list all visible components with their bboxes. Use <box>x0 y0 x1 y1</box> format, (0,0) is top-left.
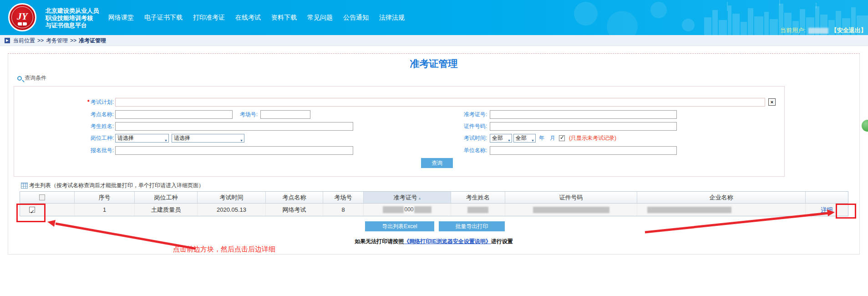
ticket-number-fragment: 000 <box>404 204 413 216</box>
cell-trade: 土建质量员 <box>135 204 198 216</box>
exam-site-input[interactable] <box>115 110 233 119</box>
field-label-exam-time: 考试时间: <box>444 134 487 143</box>
exam-plan-input[interactable] <box>115 98 765 107</box>
cell-company <box>637 204 806 216</box>
print-note-suffix: 进行设置 <box>491 238 513 245</box>
cell-id-number <box>505 204 637 216</box>
col-header-company: 企业名称 <box>637 192 806 204</box>
col-header-id-number: 证件号码 <box>505 192 637 204</box>
ticket-number-redacted <box>383 206 404 213</box>
page: JY 北京建设类从业人员 职业技能培训考核 与证书信息平台 网络课堂 电子证书下… <box>0 0 868 296</box>
nav-item-announcements[interactable]: 公告通知 <box>343 14 369 22</box>
col-header-detail <box>806 192 848 204</box>
month-unit-label: 月 <box>550 134 555 143</box>
query-conditions-header: 查询条件 <box>17 74 46 82</box>
table-header-row: 序号 岗位工种 考试时间 考点名称 考场号 准考证号▴ 考生姓名 证件号码 企业… <box>20 192 848 204</box>
breadcrumb: 当前位置>>考务管理>>准考证管理 <box>0 35 868 46</box>
main-nav: 网络课堂 电子证书下载 打印准考证 在线考试 资料下载 常见问题 公告通知 法律… <box>108 0 405 35</box>
field-label-exam-room: 考场号: <box>227 110 258 119</box>
app-header: JY 北京建设类从业人员 职业技能培训考核 与证书信息平台 网络课堂 电子证书下… <box>0 0 868 35</box>
logo-text: JY <box>10 11 35 22</box>
col-header-candidate-name: 考生姓名 <box>451 192 505 204</box>
nav-item-laws[interactable]: 法律法规 <box>379 14 405 22</box>
col-header-exam-time: 考试时间 <box>198 192 266 204</box>
annotation-tip: 点击前边方块，然后点击后边详细 <box>173 245 275 254</box>
candidate-list-icon <box>21 183 28 189</box>
col-header-trade: 岗位工种 <box>135 192 198 204</box>
unexamined-only-hint: (只显示未考试记录) <box>569 134 616 143</box>
exam-month-select[interactable]: 全部 <box>513 134 536 143</box>
org-name: 北京建设类从业人员 职业技能培训考核 与证书信息平台 <box>46 7 99 29</box>
batch-print-button[interactable]: 批量导出打印 <box>439 221 505 231</box>
candidate-name-redacted <box>467 207 488 213</box>
id-number-redacted <box>533 207 609 213</box>
unexamined-only-checkbox[interactable] <box>559 135 565 141</box>
year-unit-label: 年 <box>539 134 544 143</box>
id-number-input[interactable] <box>490 122 677 131</box>
col-header-exam-site: 考点名称 <box>266 192 323 204</box>
candidate-list-title: 考生列表（按考试名称查询后才能批量打印，单个打印请进入详细页面） <box>29 182 204 189</box>
required-mark: * <box>87 99 90 105</box>
field-label-id-number: 证件号码: <box>444 122 487 131</box>
nav-item-print-ticket[interactable]: 打印准考证 <box>193 14 225 22</box>
logo-book-icon <box>18 22 27 26</box>
checkbox-highlight-box <box>16 204 46 222</box>
field-label-trade: 岗位工种: <box>73 134 114 143</box>
cell-exam-room: 8 <box>323 204 364 216</box>
detail-link[interactable]: 详细 <box>821 204 833 216</box>
cell-exam-site: 网络考试 <box>266 204 323 216</box>
print-note-prefix: 如果无法打印请按照 <box>355 238 404 245</box>
floating-widget[interactable] <box>862 120 868 132</box>
field-label-candidate-name: 考生姓名: <box>73 122 114 131</box>
trade-select-2[interactable]: 请选择 <box>172 134 244 143</box>
select-all-cell <box>20 192 75 204</box>
col-header-exam-room: 考场号 <box>323 192 364 204</box>
breadcrumb-exam-management[interactable]: 考务管理 <box>46 37 68 44</box>
page-title: 准考证管理 <box>8 57 860 70</box>
field-label-batch-number: 报名批号: <box>73 146 114 155</box>
breadcrumb-icon <box>5 38 10 43</box>
breadcrumb-separator: >> <box>37 37 44 44</box>
user-name-redacted <box>808 28 828 34</box>
nav-item-certificate-download[interactable]: 电子证书下载 <box>144 14 183 22</box>
candidate-name-input[interactable] <box>115 122 353 131</box>
org-logo: JY <box>8 3 36 31</box>
batch-number-input[interactable] <box>115 146 353 155</box>
nav-item-online-classroom[interactable]: 网络课堂 <box>108 14 134 22</box>
ticket-number-redacted <box>414 206 431 213</box>
col-header-seq: 序号 <box>75 192 135 204</box>
org-name-line: 与证书信息平台 <box>46 22 99 29</box>
org-name-line: 职业技能培训考核 <box>46 15 99 22</box>
select-all-checkbox[interactable] <box>39 194 45 200</box>
detail-highlight-box <box>836 204 856 219</box>
breadcrumb-separator: >> <box>70 37 76 44</box>
nav-item-downloads[interactable]: 资料下载 <box>271 14 297 22</box>
field-label-company-name: 单位名称: <box>444 146 487 155</box>
print-note: 如果无法打印请按照《网络打印IE浏览器安全设置说明》进行设置 <box>8 238 860 245</box>
exam-room-input[interactable] <box>260 110 310 119</box>
breadcrumb-ticket-management[interactable]: 准考证管理 <box>79 37 106 44</box>
sort-ascending-icon: ▴ <box>419 196 421 200</box>
clear-exam-plan-button[interactable]: × <box>768 98 776 106</box>
search-icon <box>17 76 22 81</box>
field-label-ticket-number: 准考证号: <box>444 110 487 119</box>
ie-settings-link[interactable]: 《网络打印IE浏览器安全设置说明》 <box>404 238 491 245</box>
trade-select-1[interactable]: 请选择 <box>115 134 169 143</box>
nav-item-online-exam[interactable]: 在线考试 <box>235 14 261 22</box>
candidates-table: 序号 岗位工种 考试时间 考点名称 考场号 准考证号▴ 考生姓名 证件号码 企业… <box>20 191 848 216</box>
search-button[interactable]: 查询 <box>421 158 453 168</box>
logout-button[interactable]: 【安全退出】 <box>831 26 867 35</box>
current-user-label: 当前用户: <box>780 26 806 35</box>
col-header-ticket-number[interactable]: 准考证号▴ <box>364 192 451 204</box>
user-bar: 当前用户: 【安全退出】 <box>780 26 867 35</box>
cell-ticket-number: 000 <box>364 204 451 216</box>
ticket-number-input[interactable] <box>490 110 677 119</box>
breadcrumb-current-location: 当前位置 <box>13 37 35 44</box>
nav-item-faq[interactable]: 常见问题 <box>307 14 333 22</box>
field-label-exam-site: 考点名称: <box>73 110 114 119</box>
company-name-input[interactable] <box>490 146 677 155</box>
cell-candidate-name <box>451 204 505 216</box>
exam-year-select[interactable]: 全部 <box>490 134 512 143</box>
table-row: 1 土建质量员 2020.05.13 网络考试 8 000 详细 <box>20 204 848 216</box>
export-excel-button[interactable]: 导出列表Excel <box>365 221 434 231</box>
